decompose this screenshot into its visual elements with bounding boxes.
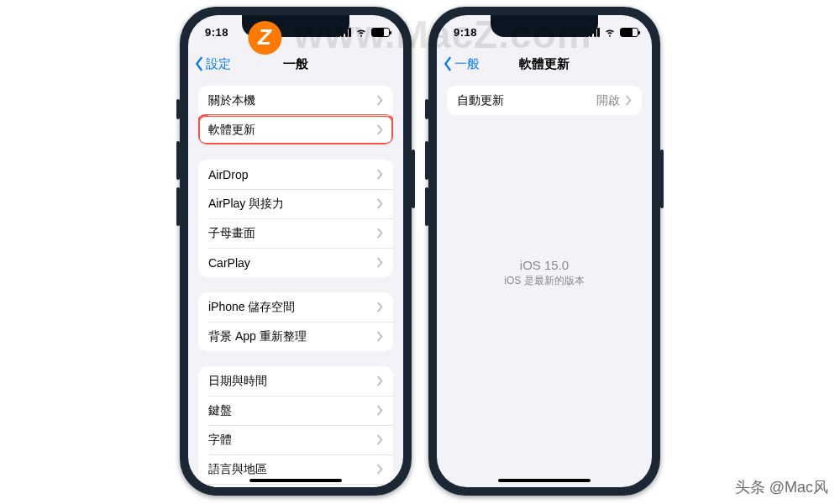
settings-row[interactable]: iPhone 儲存空間 [198, 292, 393, 322]
chevron-right-icon [376, 257, 383, 268]
row-label: 日期與時間 [208, 374, 267, 389]
wifi-icon [604, 26, 616, 38]
credit-text: 头条 @Mac风 [735, 477, 828, 497]
settings-row[interactable]: AirDrop [198, 160, 393, 189]
settings-row[interactable]: 字體 [198, 425, 393, 454]
page-title: 軟體更新 [519, 56, 570, 72]
home-indicator[interactable] [249, 479, 342, 482]
settings-row[interactable]: 背景 App 重新整理 [198, 322, 393, 351]
chevron-right-icon [376, 228, 383, 239]
nav-bar: 設定 一般 [188, 49, 403, 79]
page-title: 一般 [283, 56, 308, 72]
chevron-right-icon [376, 464, 383, 475]
volume-down-button [176, 187, 180, 226]
back-button[interactable]: 設定 [193, 49, 231, 79]
row-label: 語言與地區 [208, 462, 267, 477]
chevron-left-icon [442, 56, 454, 71]
row-label: 軟體更新 [208, 123, 255, 138]
phone-right: 9:18 一般 軟體更新 自動更新 [428, 7, 660, 496]
row-label: 子母畫面 [208, 226, 255, 241]
notch [242, 15, 349, 37]
ios-status: iOS 是最新的版本 [447, 274, 642, 288]
settings-row[interactable]: AirPlay 與接力 [198, 189, 393, 218]
settings-row[interactable]: 子母畫面 [198, 218, 393, 248]
phone-left: 9:18 設定 一般 關於本機軟體更新AirDropAirPlay 與接力子母畫… [180, 7, 412, 496]
volume-up-button [176, 141, 180, 180]
battery-icon [620, 28, 638, 37]
chevron-right-icon [376, 169, 383, 180]
row-label: 自動更新 [457, 93, 504, 108]
chevron-right-icon [376, 124, 383, 135]
chevron-right-icon [625, 95, 632, 106]
chevron-right-icon [376, 434, 383, 445]
settings-row[interactable]: 關於本機 [198, 86, 393, 115]
notch [491, 15, 598, 37]
row-label: 鍵盤 [208, 403, 232, 418]
settings-row[interactable]: 鍵盤 [198, 396, 393, 425]
settings-row[interactable]: 辭典 [198, 484, 393, 487]
row-label: iPhone 儲存空間 [208, 300, 295, 315]
nav-bar: 一般 軟體更新 [437, 49, 652, 79]
row-label: AirPlay 與接力 [208, 197, 284, 212]
status-time: 9:18 [454, 26, 477, 39]
chevron-left-icon [193, 56, 205, 71]
row-label: 字體 [208, 433, 232, 448]
volume-down-button [425, 187, 428, 226]
power-button [660, 150, 664, 208]
row-label: 關於本機 [208, 93, 255, 108]
mute-switch [425, 99, 428, 119]
row-auto-update[interactable]: 自動更新 開啟 [447, 86, 642, 115]
settings-row[interactable]: CarPlay [198, 248, 393, 277]
chevron-right-icon [376, 331, 383, 342]
row-value: 開啟 [596, 93, 620, 108]
mute-switch [176, 99, 180, 119]
chevron-right-icon [376, 198, 383, 209]
row-label: 背景 App 重新整理 [208, 329, 307, 344]
back-button[interactable]: 一般 [442, 49, 480, 79]
battery-icon [371, 28, 390, 37]
row-label: AirDrop [208, 168, 248, 181]
home-indicator[interactable] [498, 479, 591, 482]
ios-version: iOS 15.0 [447, 258, 642, 272]
wifi-icon [355, 26, 367, 38]
row-label: CarPlay [208, 256, 250, 270]
back-label: 一般 [454, 56, 480, 72]
chevron-right-icon [376, 95, 383, 106]
update-status: iOS 15.0 iOS 是最新的版本 [447, 258, 642, 288]
volume-up-button [425, 141, 428, 180]
chevron-right-icon [376, 302, 383, 312]
chevron-right-icon [376, 375, 383, 386]
back-label: 設定 [206, 56, 231, 72]
chevron-right-icon [376, 405, 383, 416]
settings-row[interactable]: 軟體更新 [198, 115, 393, 144]
settings-row[interactable]: 日期與時間 [198, 366, 393, 396]
status-time: 9:18 [205, 26, 228, 39]
power-button [412, 150, 415, 208]
